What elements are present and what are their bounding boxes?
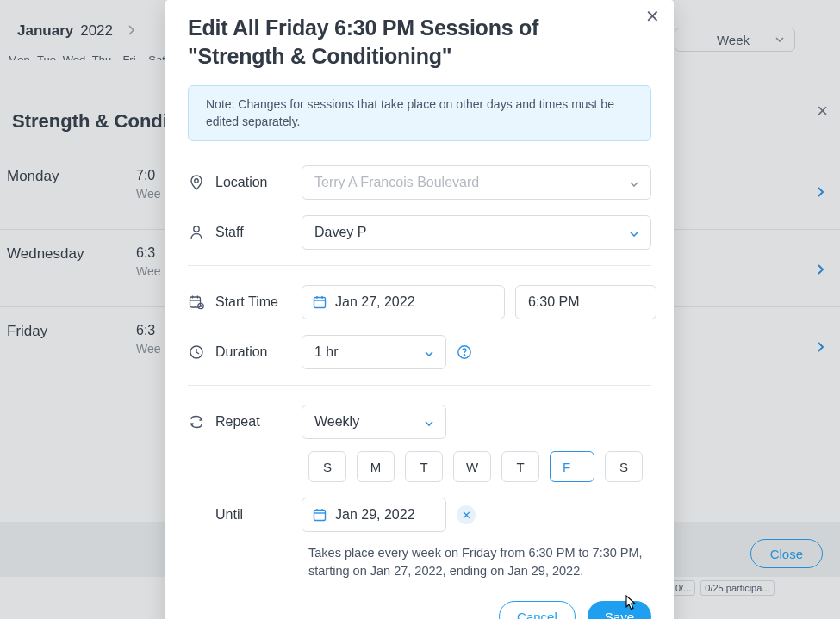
location-icon	[188, 175, 205, 190]
day-saturday[interactable]: S	[605, 451, 643, 482]
duration-value: 1 hr	[314, 344, 339, 360]
location-label: Location	[215, 175, 291, 190]
modal-title: Edit All Friday 6:30 PM Sessions of "Str…	[188, 0, 651, 85]
chevron-down-icon	[630, 225, 638, 240]
day-friday[interactable]: F	[550, 451, 594, 482]
location-placeholder: Terry A Francois Boulevard	[314, 175, 479, 190]
edit-session-modal: ✕ Edit All Friday 6:30 PM Sessions of "S…	[165, 0, 674, 619]
until-date-input[interactable]: Jan 29, 2022	[302, 498, 446, 532]
svg-point-0	[195, 179, 198, 183]
day-thursday[interactable]: T	[501, 451, 539, 482]
help-icon[interactable]	[457, 344, 472, 360]
repeat-select[interactable]: Weekly	[302, 405, 446, 439]
start-time-label: Start Time	[215, 294, 291, 310]
day-picker: S M T W T F S	[308, 451, 651, 482]
chevron-down-icon	[425, 344, 433, 360]
day-wednesday[interactable]: W	[453, 451, 491, 482]
staff-label: Staff	[215, 225, 291, 240]
until-label: Until	[215, 507, 291, 523]
chevron-down-icon	[425, 414, 433, 430]
staff-icon	[188, 225, 205, 240]
start-date-value: Jan 27, 2022	[335, 294, 415, 310]
duration-label: Duration	[215, 344, 291, 360]
close-icon: ✕	[645, 7, 660, 26]
chevron-down-icon	[630, 175, 638, 190]
svg-rect-2	[190, 297, 201, 307]
start-time-icon	[188, 294, 205, 310]
duration-icon	[188, 344, 205, 360]
svg-rect-4	[314, 298, 326, 308]
location-select[interactable]: Terry A Francois Boulevard	[302, 165, 651, 200]
cancel-button[interactable]: Cancel	[499, 601, 576, 619]
svg-point-1	[194, 226, 199, 232]
svg-rect-8	[314, 511, 326, 521]
start-time-input[interactable]: 6:30 PM	[515, 285, 656, 319]
staff-value: Davey P	[314, 225, 366, 240]
repeat-value: Weekly	[314, 414, 359, 430]
day-tuesday[interactable]: T	[405, 451, 443, 482]
duration-select[interactable]: 1 hr	[302, 335, 446, 369]
day-sunday[interactable]: S	[308, 451, 346, 482]
info-note: Note: Changes for sessions that take pla…	[188, 85, 651, 141]
close-icon: ✕	[462, 510, 471, 521]
staff-select[interactable]: Davey P	[302, 215, 651, 250]
until-date-value: Jan 29, 2022	[335, 507, 415, 523]
close-button[interactable]: ✕	[640, 5, 665, 28]
start-date-input[interactable]: Jan 27, 2022	[302, 285, 505, 319]
svg-point-7	[464, 355, 464, 356]
start-time-value: 6:30 PM	[528, 294, 580, 310]
repeat-label: Repeat	[215, 414, 291, 430]
repeat-icon	[188, 414, 205, 430]
save-button[interactable]: Save	[588, 601, 651, 619]
repeat-summary: Takes place every week on Friday from 6:…	[308, 544, 651, 580]
clear-until-button[interactable]: ✕	[457, 505, 476, 524]
day-monday[interactable]: M	[357, 451, 395, 482]
